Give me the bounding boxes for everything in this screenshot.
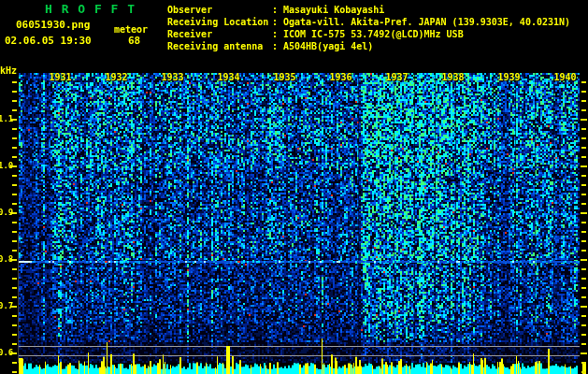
info-value: A504HB(yagi 4el) — [283, 40, 373, 52]
hrofft-window: H R O F F T 06051930.png meteor 02.06.05… — [0, 0, 588, 374]
station-info-row: Receiving antenna:A504HB(yagi 4el) — [167, 40, 570, 52]
time-axis-label: 1939 — [497, 73, 520, 82]
info-label: Receiving Location — [167, 16, 272, 28]
info-separator: : — [272, 40, 283, 52]
time-axis-label: 1933 — [161, 73, 183, 82]
station-info-row: Receiver:ICOM IC-575 53.7492(@LCD)MHz US… — [167, 28, 570, 40]
time-axis-label: 1938 — [441, 73, 464, 82]
time-axis-label: 1936 — [329, 73, 351, 82]
y-axis-label: 0.6 — [0, 349, 13, 357]
time-axis-label: 1940 — [553, 73, 576, 82]
time-axis-label: 1937 — [385, 73, 408, 82]
info-separator: : — [272, 4, 283, 16]
mode-label: meteor — [114, 25, 148, 35]
info-value: ICOM IC-575 53.7492(@LCD)MHz USB — [283, 28, 464, 40]
observation-datetime: 02.06.05 19:30 — [5, 36, 92, 46]
time-axis-label: 1935 — [273, 73, 295, 82]
y-axis-unit-label: kHz — [0, 66, 17, 76]
info-label: Receiver — [167, 28, 272, 40]
station-info-row: Observer:Masayuki Kobayashi — [167, 4, 570, 16]
info-separator: : — [272, 16, 283, 28]
info-value: Ogata-vill. Akita-Pref. JAPAN (139.9303E… — [283, 16, 570, 28]
output-filename: 06051930.png — [16, 20, 90, 30]
info-value: Masayuki Kobayashi — [283, 4, 384, 16]
station-info-block: Observer:Masayuki KobayashiReceiving Loc… — [167, 4, 570, 52]
app-title: H R O F F T — [45, 3, 136, 15]
info-separator: : — [272, 28, 283, 40]
info-label: Receiving antenna — [167, 40, 272, 52]
echo-count: 68 — [128, 36, 140, 46]
y-axis-label: 0.9 — [0, 209, 13, 217]
info-label: Observer — [167, 4, 272, 16]
station-info-row: Receiving Location:Ogata-vill. Akita-Pre… — [167, 16, 570, 28]
y-axis-label: 0.7 — [0, 302, 13, 310]
time-axis-label: 1932 — [105, 73, 127, 82]
spectrogram-canvas — [0, 0, 588, 374]
time-axis-label: 1934 — [217, 73, 239, 82]
y-axis-label: 1.0 — [0, 162, 13, 170]
y-axis-label: 1.1 — [0, 115, 13, 123]
y-axis-label: 0.8 — [0, 255, 13, 264]
time-axis-label: 1931 — [49, 73, 71, 82]
